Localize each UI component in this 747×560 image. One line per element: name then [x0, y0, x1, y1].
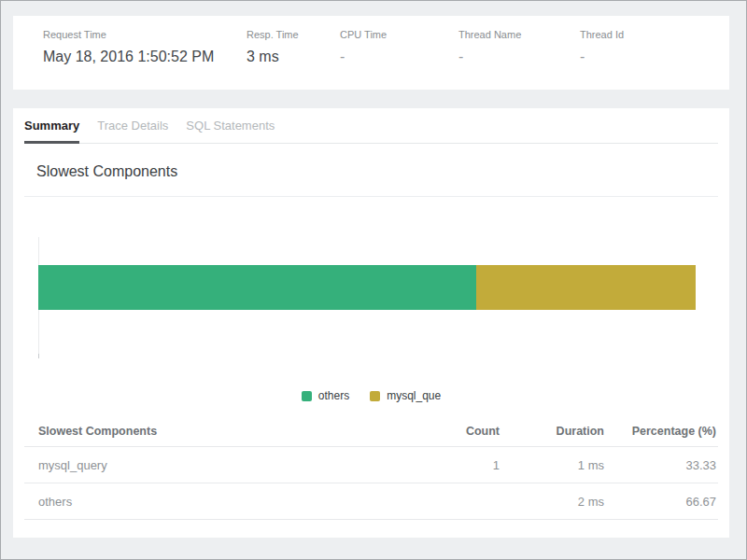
tab-bar: Summary Trace Details SQL Statements — [24, 108, 718, 144]
request-time-column: Request Time May 18, 2016 1:50:52 PM — [43, 29, 247, 90]
thread-id-column: Thread Id - — [580, 29, 729, 90]
cell-component: mysql_query — [24, 458, 416, 472]
cell-percentage: 33.33 — [604, 458, 718, 472]
x-axis-labels — [38, 360, 696, 373]
legend-label-mysql: mysql_que — [387, 389, 441, 402]
cpu-time-value: - — [340, 49, 458, 65]
cell-duration: 1 ms — [500, 458, 604, 472]
chart-legend: others mysql_que — [13, 389, 729, 402]
table-row: mysql_query 1 1 ms 33.33 — [24, 447, 718, 483]
stacked-bar-chart — [38, 237, 696, 354]
request-time-label: Request Time — [43, 29, 247, 40]
cell-component: others — [24, 495, 416, 509]
tab-trace-details[interactable]: Trace Details — [97, 108, 168, 143]
thread-name-label: Thread Name — [458, 29, 580, 40]
trace-viewer-window: Request Time May 18, 2016 1:50:52 PM Res… — [0, 0, 747, 560]
table-header-row: Slowest Components Count Duration Percen… — [24, 416, 718, 447]
request-info-panel: Request Time May 18, 2016 1:50:52 PM Res… — [13, 16, 729, 90]
trace-detail-panel: Summary Trace Details SQL Statements Slo… — [13, 108, 729, 538]
resp-time-value: 3 ms — [247, 49, 340, 65]
slowest-components-table: Slowest Components Count Duration Percen… — [24, 416, 718, 520]
header-count: Count — [416, 425, 500, 438]
legend-item-others[interactable]: others — [302, 389, 349, 402]
thread-id-label: Thread Id — [580, 29, 729, 40]
cell-percentage: 66.67 — [604, 495, 718, 509]
resp-time-column: Resp. Time 3 ms — [247, 29, 340, 90]
cell-count: 1 — [416, 458, 500, 472]
stacked-bar — [38, 265, 696, 310]
thread-id-value: - — [580, 49, 729, 65]
header-duration: Duration — [500, 425, 604, 438]
thread-name-column: Thread Name - — [458, 29, 580, 90]
section-title: Slowest Components — [36, 163, 706, 180]
slowest-components-header: Slowest Components — [24, 144, 718, 197]
request-time-value: May 18, 2016 1:50:52 PM — [43, 49, 247, 65]
thread-name-value: - — [458, 49, 580, 65]
cpu-time-label: CPU Time — [340, 29, 458, 40]
cell-duration: 2 ms — [500, 495, 604, 509]
table-row: others 2 ms 66.67 — [24, 483, 718, 520]
header-percentage: Percentage (%) — [604, 425, 718, 438]
tab-sql-statements[interactable]: SQL Statements — [186, 108, 275, 143]
legend-swatch-others-icon — [302, 391, 312, 401]
bar-segment-others[interactable] — [38, 265, 476, 310]
legend-swatch-mysql-icon — [370, 391, 380, 401]
header-component: Slowest Components — [24, 425, 416, 438]
resp-time-label: Resp. Time — [247, 29, 340, 40]
bar-segment-mysql-query[interactable] — [476, 265, 696, 310]
legend-label-others: others — [318, 389, 349, 402]
tab-summary[interactable]: Summary — [24, 108, 79, 143]
legend-item-mysql-que[interactable]: mysql_que — [370, 389, 441, 402]
cpu-time-column: CPU Time - — [340, 29, 458, 90]
